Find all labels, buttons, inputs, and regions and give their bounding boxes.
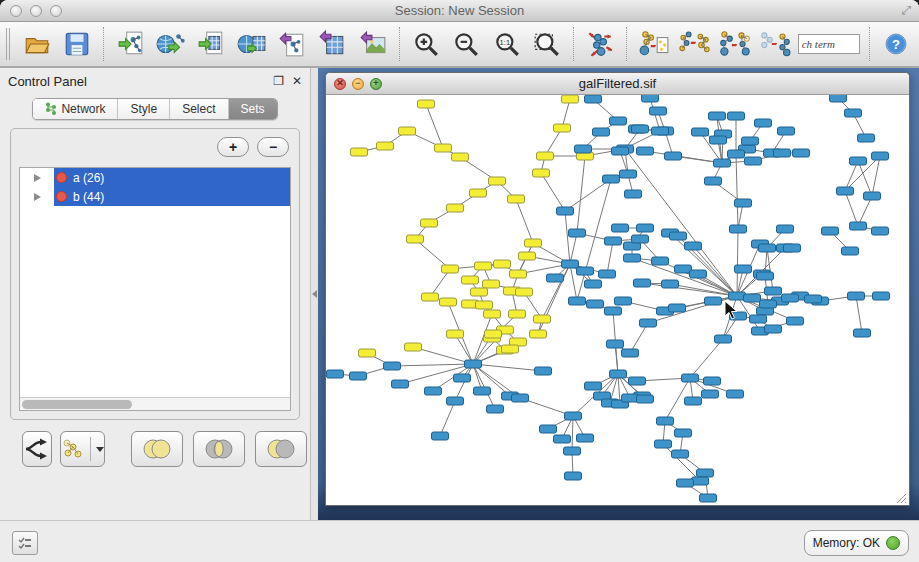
graph-node-blue[interactable] — [615, 297, 632, 305]
graph-node-blue[interactable] — [447, 397, 464, 405]
export-image-button[interactable] — [355, 25, 389, 63]
graph-node-blue[interactable] — [850, 222, 867, 230]
graph-node-blue[interactable] — [710, 136, 727, 144]
dropdown-caret-icon[interactable] — [96, 447, 104, 452]
graph-node-blue[interactable] — [487, 405, 504, 413]
graph-node-blue[interactable] — [765, 287, 782, 295]
graph-node-blue[interactable] — [575, 145, 592, 153]
graph-edge[interactable] — [565, 211, 570, 264]
graph-node-blue[interactable] — [474, 387, 491, 395]
graph-node-blue[interactable] — [675, 265, 692, 273]
graph-node-blue[interactable] — [677, 479, 694, 487]
graph-node-blue[interactable] — [569, 297, 586, 305]
graph-node-blue[interactable] — [670, 232, 687, 240]
graph-node-blue[interactable] — [700, 494, 717, 502]
graph-node-blue[interactable] — [632, 235, 649, 243]
graph-node-blue[interactable] — [727, 390, 744, 398]
graph-node-blue[interactable] — [599, 270, 616, 278]
minimize-network-button[interactable]: − — [352, 78, 364, 90]
graph-node-blue[interactable] — [465, 360, 482, 368]
graph-node-blue[interactable] — [735, 199, 752, 207]
graph-node-blue[interactable] — [777, 225, 794, 233]
graph-node-blue[interactable] — [632, 125, 649, 133]
graph-node-yellow[interactable] — [442, 265, 459, 273]
graph-node-blue[interactable] — [607, 340, 624, 348]
graph-node-yellow[interactable] — [530, 330, 547, 338]
graph-node-blue[interactable] — [622, 394, 639, 402]
graph-node-blue[interactable] — [547, 274, 564, 282]
graph-node-blue[interactable] — [669, 304, 686, 312]
graph-node-yellow[interactable] — [435, 144, 452, 152]
graph-node-yellow[interactable] — [533, 169, 550, 177]
graph-node-blue[interactable] — [685, 397, 702, 405]
graph-edge[interactable] — [632, 258, 737, 296]
graph-node-blue[interactable] — [657, 417, 674, 425]
intersect-sets-button[interactable] — [193, 431, 245, 467]
graph-node-blue[interactable] — [759, 244, 776, 252]
graph-node-blue[interactable] — [730, 312, 747, 320]
float-panel-icon[interactable]: ❐ — [273, 74, 284, 88]
open-file-button[interactable] — [20, 25, 54, 63]
graph-node-blue[interactable] — [637, 147, 654, 155]
select-all-nodes-button[interactable] — [717, 25, 751, 63]
network-canvas[interactable] — [326, 95, 909, 506]
graph-edge[interactable] — [565, 179, 611, 211]
graph-node-blue[interactable] — [805, 295, 822, 303]
graph-node-blue[interactable] — [637, 224, 654, 232]
network-window-titlebar[interactable]: ✕ − + galFiltered.sif — [326, 73, 909, 95]
graph-edge[interactable] — [872, 156, 880, 196]
graph-node-blue[interactable] — [564, 447, 581, 455]
graph-node-blue[interactable] — [705, 297, 722, 305]
graph-node-yellow[interactable] — [447, 204, 464, 212]
graph-node-blue[interactable] — [587, 300, 604, 308]
graph-node-blue[interactable] — [690, 270, 707, 278]
graph-edge[interactable] — [736, 154, 738, 229]
graph-node-blue[interactable] — [830, 95, 847, 102]
graph-node-yellow[interactable] — [476, 301, 493, 309]
tab-sets[interactable]: Sets — [229, 99, 277, 119]
graph-node-yellow[interactable] — [351, 148, 368, 156]
select-hide-unselected-button[interactable] — [757, 25, 791, 63]
graph-node-blue[interactable] — [714, 159, 731, 167]
graph-node-blue[interactable] — [778, 127, 795, 135]
graph-node-yellow[interactable] — [562, 95, 579, 103]
graph-node-blue[interactable] — [858, 134, 875, 142]
expander-icon[interactable] — [34, 174, 41, 182]
graph-node-blue[interactable] — [837, 187, 854, 195]
graph-node-yellow[interactable] — [407, 235, 424, 243]
graph-node-blue[interactable] — [697, 469, 714, 477]
graph-node-blue[interactable] — [540, 425, 557, 433]
import-network-file-button[interactable] — [113, 25, 147, 63]
graph-node-blue[interactable] — [728, 112, 745, 120]
graph-node-blue[interactable] — [672, 450, 689, 458]
graph-node-blue[interactable] — [612, 147, 629, 155]
zoom-in-button[interactable] — [409, 25, 443, 63]
graph-node-yellow[interactable] — [516, 288, 533, 296]
zoom-actual-size-button[interactable]: 1:1 — [489, 25, 523, 63]
task-history-button[interactable] — [12, 531, 38, 555]
graph-node-yellow[interactable] — [494, 260, 511, 268]
close-network-button[interactable]: ✕ — [334, 78, 346, 90]
graph-node-blue[interactable] — [774, 149, 791, 157]
create-set-from-network-button[interactable] — [60, 431, 105, 467]
collapse-panel-icon[interactable] — [312, 290, 317, 298]
graph-node-yellow[interactable] — [418, 100, 435, 108]
graph-node-blue[interactable] — [705, 177, 722, 185]
difference-sets-button[interactable] — [255, 431, 307, 467]
network-view-window[interactable]: ✕ − + galFiltered.sif — [325, 72, 910, 506]
graph-node-yellow[interactable] — [475, 262, 492, 270]
graph-node-yellow[interactable] — [447, 330, 464, 338]
graph-node-yellow[interactable] — [471, 288, 488, 296]
graph-node-blue[interactable] — [845, 109, 862, 117]
graph-node-blue[interactable] — [637, 395, 654, 403]
union-sets-button[interactable] — [131, 431, 183, 467]
panel-splitter[interactable] — [310, 68, 318, 520]
graph-node-blue[interactable] — [577, 267, 594, 275]
graph-node-blue[interactable] — [729, 292, 746, 300]
graph-node-blue[interactable] — [744, 294, 761, 302]
graph-node-yellow[interactable] — [509, 310, 526, 318]
graph-node-blue[interactable] — [782, 294, 799, 302]
graph-node-blue[interactable] — [585, 280, 602, 288]
graph-edge[interactable] — [625, 149, 737, 296]
search-input[interactable] — [798, 34, 860, 54]
